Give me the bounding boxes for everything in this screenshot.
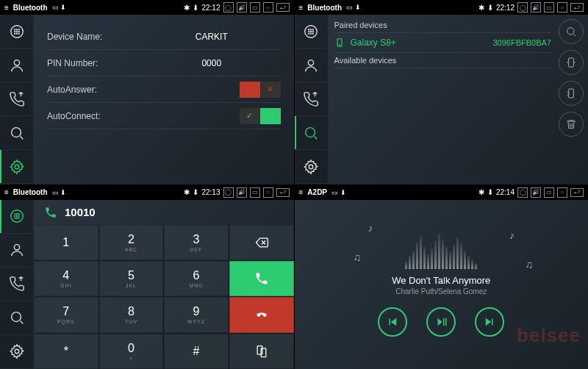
key-3[interactable]: 3DEF (164, 225, 229, 260)
key-hangup[interactable] (229, 297, 294, 332)
sidebar-contacts[interactable] (0, 234, 33, 268)
key-hash[interactable]: # (164, 334, 229, 369)
music-note-icon: ♪ (368, 222, 373, 234)
key-9[interactable]: 9WXYZ (164, 297, 229, 332)
menu-icon[interactable]: ≡ (299, 4, 304, 12)
back-icon[interactable]: ⮐ (276, 3, 290, 12)
svg-point-37 (18, 216, 19, 217)
volume-icon[interactable]: 🔊 (237, 2, 247, 12)
key-5[interactable]: 5JKL (99, 261, 164, 296)
key-6[interactable]: 6MNO (164, 261, 229, 296)
svg-point-35 (14, 216, 15, 217)
sidebar-search[interactable] (0, 116, 33, 150)
key-2[interactable]: 2ABC (99, 225, 164, 260)
auto-answer-label: AutoAnswer: (47, 85, 143, 95)
home-icon[interactable]: ○ (263, 2, 273, 12)
sidebar (0, 200, 34, 370)
home-icon[interactable]: ○ (557, 2, 567, 12)
svg-point-24 (306, 127, 315, 137)
action-buttons (554, 15, 588, 184)
bluetooth-icon: ✱ (184, 4, 190, 12)
svg-point-4 (14, 31, 15, 32)
key-star[interactable]: * (34, 334, 98, 369)
a2dp-player-panel: ≡ A2DP ▭ ⬇ ✱ ⬇ 22:14 ◯ 🔊 ▭ ○ ⮐ ♪ ♫ ♪ ♫ W… (295, 185, 589, 370)
svg-point-14 (309, 29, 309, 29)
auto-answer-row: AutoAnswer: ✕ (47, 76, 281, 103)
svg-point-8 (16, 33, 17, 34)
sidebar-search[interactable] (295, 116, 328, 150)
menu-icon[interactable]: ≡ (299, 188, 304, 196)
pin-value: 0000 (143, 58, 281, 68)
pin-row[interactable]: PIN Number: 0000 (47, 50, 281, 76)
svg-point-16 (312, 29, 313, 29)
key-8[interactable]: 8TUV (99, 297, 164, 332)
bluetooth-settings-panel: ≡ Bluetooth ▭ ⬇ ✱ ⬇ 22:12 ◯ 🔊 ▭ ○ ⮐ Devi… (0, 0, 294, 184)
sidebar-history[interactable] (0, 82, 33, 116)
key-0[interactable]: 0+ (99, 334, 164, 369)
key-transfer[interactable] (229, 334, 294, 369)
camera-icon[interactable]: ◯ (223, 2, 234, 12)
sidebar-history[interactable] (295, 82, 328, 116)
menu-icon[interactable]: ≡ (4, 188, 9, 196)
back-icon[interactable]: ⮐ (570, 188, 584, 197)
key-call[interactable] (229, 261, 294, 296)
search-button[interactable] (559, 19, 584, 44)
device-name-row[interactable]: Device Name: CARKIT (47, 24, 281, 50)
svg-point-25 (309, 165, 313, 169)
minimize-icon[interactable]: ▭ (250, 2, 260, 12)
sidebar-search[interactable] (0, 301, 33, 335)
key-backspace[interactable] (229, 225, 294, 260)
auto-connect-toggle[interactable]: ✓ (240, 108, 281, 124)
clock: 22:12 (496, 4, 514, 12)
key-4[interactable]: 4GHI (34, 261, 98, 296)
sidebar-dialpad[interactable] (295, 15, 328, 49)
svg-point-6 (18, 31, 19, 32)
auto-answer-toggle[interactable]: ✕ (240, 82, 281, 98)
camera-icon[interactable]: ◯ (517, 2, 528, 12)
svg-point-42 (11, 312, 21, 322)
key-7[interactable]: 7PQRS (34, 297, 98, 332)
svg-point-20 (309, 33, 309, 34)
svg-point-39 (16, 218, 17, 218)
paired-device-row[interactable]: Galaxy S8+ 3096FBFB0BA7 (334, 33, 552, 53)
minimize-icon[interactable]: ▭ (250, 187, 260, 198)
volume-icon[interactable]: 🔊 (531, 187, 541, 198)
device-mac: 3096FBFB0BA7 (493, 38, 552, 47)
sidebar-dialpad[interactable] (0, 200, 33, 234)
settings-content: Device Name: CARKIT PIN Number: 0000 Aut… (34, 15, 294, 184)
prev-button[interactable] (378, 307, 407, 337)
volume-icon[interactable]: 🔊 (237, 187, 247, 198)
svg-rect-45 (261, 348, 266, 357)
camera-icon[interactable]: ◯ (517, 187, 528, 198)
sidebar-contacts[interactable] (295, 49, 328, 82)
player-content: ♪ ♫ ♪ ♫ We Don't Talk Anymore Charlie Pu… (295, 200, 589, 370)
app-title: Bluetooth (13, 4, 48, 12)
disconnect-button[interactable] (559, 81, 584, 106)
sidebar-settings[interactable] (0, 150, 33, 184)
pin-label: PIN Number: (47, 58, 143, 68)
watermark: belsee (517, 324, 581, 347)
back-icon[interactable]: ⮐ (570, 3, 584, 12)
delete-button[interactable] (559, 112, 584, 137)
home-icon[interactable]: ○ (557, 187, 567, 198)
toggle-off-indicator (240, 82, 260, 98)
sidebar-dialpad[interactable] (0, 15, 33, 49)
key-1[interactable]: 1 (34, 225, 98, 260)
clock: 22:13 (201, 188, 220, 196)
menu-icon[interactable]: ≡ (4, 4, 9, 12)
auto-connect-row: AutoConnect: ✓ (47, 103, 281, 129)
minimize-icon[interactable]: ▭ (544, 187, 554, 198)
sidebar-settings[interactable] (295, 150, 328, 184)
sidebar-history[interactable] (0, 268, 33, 301)
back-icon[interactable]: ⮐ (276, 188, 290, 197)
home-icon[interactable]: ○ (263, 187, 273, 198)
volume-icon[interactable]: 🔊 (531, 2, 541, 12)
pair-button[interactable] (559, 50, 584, 75)
camera-icon[interactable]: ◯ (223, 187, 234, 198)
minimize-icon[interactable]: ▭ (544, 2, 554, 12)
next-button[interactable] (475, 307, 504, 337)
sidebar-settings[interactable] (0, 335, 33, 369)
sidebar-contacts[interactable] (0, 49, 33, 82)
play-pause-button[interactable] (426, 307, 456, 337)
clock: 22:14 (496, 188, 514, 196)
